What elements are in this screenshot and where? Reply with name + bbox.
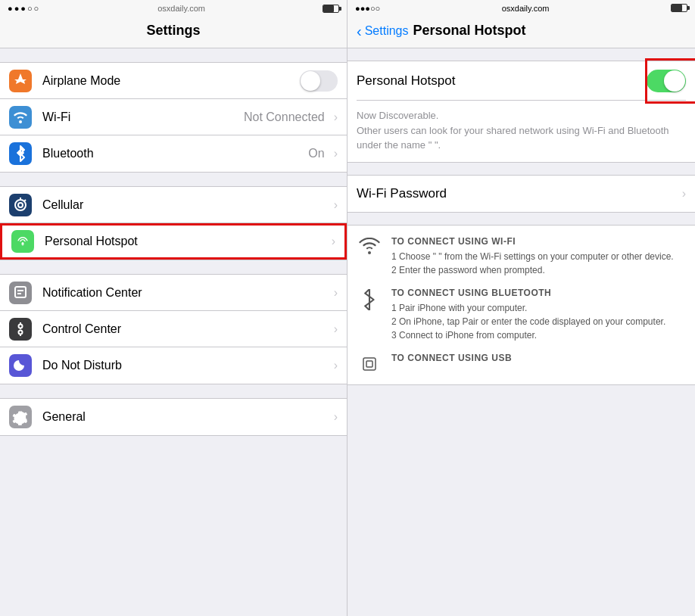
notification-label: Notification Center [42, 286, 331, 300]
bluetooth-instruction-title: TO CONNECT USING BLUETOOTH [391, 288, 686, 298]
svg-point-7 [19, 324, 23, 328]
section-hotspot: Cellular › Personal Hotspot › [0, 186, 347, 260]
general-label: General [42, 410, 331, 424]
back-chevron-icon: ‹ [357, 23, 362, 39]
bluetooth-icon-bg [9, 142, 32, 165]
section-connectivity: Airplane Mode Wi-Fi Not Connected › [0, 62, 347, 173]
wifi-password-label: Wi-Fi Password [357, 186, 679, 201]
dnd-chevron: › [334, 359, 338, 372]
hotspot-icon [14, 233, 31, 250]
discoverable-text: Now Discoverable. Other users can look f… [357, 101, 686, 162]
right-panel: ●●●○○ osxdaily.com ‹ Settings Personal H… [348, 0, 695, 616]
bluetooth-label: Bluetooth [42, 147, 308, 160]
toggle-on-knob [664, 70, 685, 92]
signal-dots: ●●●○○ [8, 4, 40, 13]
cellular-chevron: › [334, 198, 338, 212]
notification-chevron: › [334, 286, 338, 300]
back-button[interactable]: ‹ Settings [357, 23, 408, 39]
airplane-toggle[interactable] [300, 70, 338, 92]
svg-rect-4 [15, 287, 26, 297]
settings-row-cellular[interactable]: Cellular › [0, 187, 347, 223]
right-url: osxdaily.com [502, 4, 550, 13]
notification-icon-bg [9, 282, 32, 304]
usb-connect-icon [360, 354, 379, 374]
bluetooth-step-1: 1 Pair iPhone with your computer. [391, 301, 686, 315]
settings-row-wifi[interactable]: Wi-Fi Not Connected › [0, 99, 347, 135]
cellular-icon [13, 198, 28, 213]
settings-row-notifications[interactable]: Notification Center › [0, 275, 347, 311]
usb-instruction-icon [357, 353, 382, 374]
svg-rect-13 [363, 358, 376, 370]
settings-row-general[interactable]: General › [0, 399, 347, 435]
hotspot-toggle-switch[interactable] [647, 70, 686, 92]
left-url: osxdaily.com [157, 4, 205, 13]
section-notifications: Notification Center › Control Center [0, 274, 347, 384]
right-nav-title: Personal Hotspot [413, 23, 525, 39]
right-battery-fill [672, 5, 682, 11]
bluetooth-instruction-text: TO CONNECT USING BLUETOOTH 1 Pair iPhone… [391, 288, 686, 342]
wifi-step-2: 2 Enter the password when prompted. [391, 263, 686, 277]
discoverable-now: Now Discoverable. [357, 110, 438, 121]
bluetooth-chevron: › [334, 147, 338, 160]
left-panel: ●●●○○ osxdaily.com Settings Airplane Mod… [0, 0, 348, 616]
dnd-icon-bg [9, 354, 32, 377]
svg-rect-14 [366, 361, 372, 367]
wifi-step-1: 1 Choose " " from the Wi-Fi settings on … [391, 250, 686, 263]
bluetooth-step-2: 2 On iPhone, tap Pair or enter the code … [391, 315, 686, 328]
airplane-icon-bg [9, 70, 32, 92]
svg-line-3 [24, 200, 26, 201]
moon-icon [13, 358, 28, 373]
bluetooth-connect-icon [361, 289, 378, 310]
svg-point-1 [18, 203, 23, 207]
usb-instruction-text: TO CONNECT USING USB [391, 353, 686, 366]
wifi-connect-icon [359, 238, 380, 256]
battery-fill [323, 5, 334, 12]
left-status-bar: ●●●○○ osxdaily.com [0, 0, 347, 17]
wifi-label: Wi-Fi [42, 110, 244, 124]
right-nav-bar: ‹ Settings Personal Hotspot [348, 17, 695, 48]
dnd-label: Do Not Disturb [42, 359, 331, 372]
wifi-instruction-item: TO CONNECT USING WI-FI 1 Choose " " from… [357, 236, 686, 277]
general-icon-bg [9, 406, 32, 428]
wifi-value: Not Connected [244, 110, 325, 124]
airplane-label: Airplane Mode [42, 74, 300, 88]
right-signal-dots: ●●●○○ [355, 4, 380, 13]
usb-instruction-item: TO CONNECT USING USB [357, 353, 686, 374]
control-center-label: Control Center [42, 322, 331, 336]
settings-row-bluetooth[interactable]: Bluetooth On › [0, 135, 347, 172]
wifi-password-row[interactable]: Wi-Fi Password › [348, 176, 695, 212]
wifi-password-section: Wi-Fi Password › [348, 175, 695, 213]
bluetooth-value: On [308, 147, 324, 160]
notification-icon [14, 285, 27, 300]
toggle-knob [301, 71, 320, 91]
settings-list: Airplane Mode Wi-Fi Not Connected › [0, 62, 347, 450]
settings-row-dnd[interactable]: Do Not Disturb › [0, 347, 347, 384]
usb-instruction-title: TO CONNECT USING USB [391, 353, 686, 363]
instructions-section: TO CONNECT USING WI-FI 1 Choose " " from… [348, 225, 695, 385]
discoverable-desc: Other users can look for your shared net… [357, 125, 669, 151]
settings-title: Settings [0, 17, 347, 48]
airplane-icon [13, 73, 28, 89]
control-center-icon-bg [9, 318, 32, 341]
general-chevron: › [334, 410, 338, 424]
gear-icon [12, 409, 29, 425]
hotspot-chevron: › [332, 235, 335, 248]
settings-row-personal-hotspot[interactable]: Personal Hotspot › [0, 223, 347, 260]
right-battery-icon [671, 4, 687, 12]
control-center-chevron: › [334, 322, 338, 336]
wifi-icon [12, 111, 29, 123]
settings-row-control-center[interactable]: Control Center › [0, 311, 347, 347]
hotspot-toggle-row: Personal Hotspot [357, 61, 686, 101]
cellular-icon-bg [9, 194, 32, 216]
wifi-instruction-icon [357, 236, 382, 256]
battery-icon [323, 5, 339, 13]
svg-point-0 [15, 200, 26, 210]
bluetooth-icon [14, 145, 26, 162]
svg-point-10 [19, 330, 23, 334]
hotspot-label: Personal Hotspot [45, 235, 329, 248]
hotspot-toggle-label: Personal Hotspot [357, 73, 647, 89]
wifi-instruction-title: TO CONNECT USING WI-FI [391, 236, 686, 247]
settings-row-airplane[interactable]: Airplane Mode [0, 63, 347, 99]
hotspot-icon-bg [11, 230, 34, 253]
control-center-icon [13, 322, 28, 337]
